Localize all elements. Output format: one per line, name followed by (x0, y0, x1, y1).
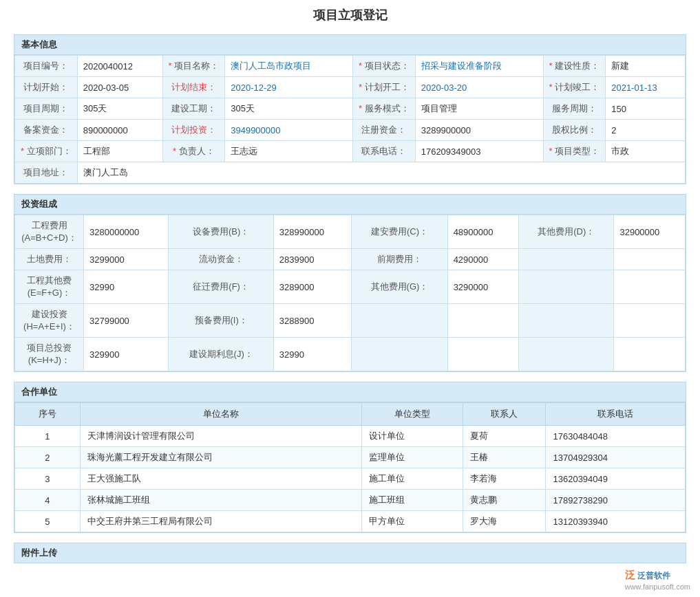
invest-label-3-4 (519, 270, 614, 304)
invest-label-4-3 (352, 304, 447, 338)
table-row: 2珠海光薰工程开发建立有限公司监理单位王椿13704929304 (15, 447, 686, 468)
logo-icon: 泛 (625, 569, 635, 580)
invest-label-5-4 (519, 338, 614, 371)
invest-label-2-4 (519, 249, 614, 270)
cooperation-header: 合作单位 (14, 382, 686, 402)
investment-header: 投资组成 (14, 195, 686, 215)
basic-info-section: 基本信息 项目编号： 2020040012 * 项目名称： 澳门人工岛市政项目 … (14, 34, 686, 184)
plan-open-value: 2020-03-20 (415, 77, 543, 98)
invest-label-2-3: 前期费用： (352, 249, 447, 270)
cell-name: 中交王府井第三工程局有限公司 (80, 511, 361, 532)
project-period-value: 305天 (77, 98, 162, 120)
investment-table: 工程费用 (A=B+C+D)： 3280000000 设备费用(B)： 3289… (14, 215, 686, 371)
invest-label-5-1: 项目总投资 (K=H+J)： (15, 338, 84, 371)
address-label: 项目地址： (15, 162, 78, 184)
plan-start-label: 计划开始： (15, 77, 78, 98)
plan-start-value: 2020-03-05 (77, 77, 162, 98)
basic-info-table: 项目编号： 2020040012 * 项目名称： 澳门人工岛市政项目 * 项目状… (14, 55, 686, 184)
cell-name: 珠海光薰工程开发建立有限公司 (80, 447, 361, 468)
cooperation-table: 序号 单位名称 单位类型 联系人 联系电话 1天津博润设计管理有限公司设计单位夏… (14, 402, 686, 532)
logo-text: 泛普软件 (637, 571, 670, 580)
filing-capital-label: 备案资金： (15, 120, 78, 141)
service-period-label: 服务周期： (543, 98, 606, 120)
invest-value-2-4 (614, 249, 686, 270)
construction-period-label: 建设工期： (162, 98, 225, 120)
invest-value-3-2: 3289000 (273, 270, 351, 304)
project-period-label: 项目周期： (15, 98, 78, 120)
invest-label-5-2: 建设期利息(J)： (169, 338, 273, 371)
cell-type: 甲方单位 (361, 511, 463, 532)
project-name-label: * 项目名称： (162, 56, 225, 77)
person-label: * 负责人： (162, 141, 225, 162)
cell-type: 监理单位 (361, 447, 463, 468)
phone-label: 联系电话： (353, 141, 416, 162)
dept-label: * 立项部门： (15, 141, 78, 162)
person-value: 王志远 (225, 141, 353, 162)
cell-no: 3 (15, 468, 81, 490)
invest-label-1-1: 工程费用 (A=B+C+D)： (15, 215, 84, 249)
cell-phone: 13704929304 (546, 447, 686, 468)
table-row: 5中交王府井第三工程局有限公司甲方单位罗大海13120393940 (15, 511, 686, 532)
attachment-section: 附件上传 (14, 543, 686, 563)
invest-value-3-4 (614, 270, 686, 304)
table-header-row: 序号 单位名称 单位类型 联系人 联系电话 (15, 403, 686, 426)
project-status-value: 招采与建设准备阶段 (415, 56, 543, 77)
invest-value-2-1: 3299000 (84, 249, 169, 270)
project-number-label: 项目编号： (15, 56, 78, 77)
investment-section: 投资组成 工程费用 (A=B+C+D)： 3280000000 设备费用(B)：… (14, 194, 686, 372)
project-nature-value: 新建 (606, 56, 686, 77)
table-row: 工程其他费 (E=F+G)： 32990 征迁费用(F)： 3289000 其他… (15, 270, 686, 304)
cooperation-section: 合作单位 序号 单位名称 单位类型 联系人 联系电话 1天津博润设计管理有限公司… (14, 382, 686, 533)
invest-label-2-2: 流动资金： (169, 249, 273, 270)
cell-type: 施工单位 (361, 468, 463, 490)
cell-no: 1 (15, 426, 81, 447)
invest-label-3-2: 征迁费用(F)： (169, 270, 273, 304)
cell-phone: 17892738290 (546, 490, 686, 511)
plan-end-value: 2020-12-29 (225, 77, 353, 98)
cell-type: 施工班组 (361, 490, 463, 511)
registered-capital-label: 注册资金： (353, 120, 416, 141)
cell-contact: 李若海 (463, 468, 546, 490)
col-header-name: 单位名称 (80, 403, 361, 426)
equity-ratio-label: 股权比例： (543, 120, 606, 141)
invest-label-1-4: 其他费用(D)： (519, 215, 614, 249)
equity-ratio-value: 2 (606, 120, 686, 141)
table-row: 项目编号： 2020040012 * 项目名称： 澳门人工岛市政项目 * 项目状… (15, 56, 686, 77)
table-row: 土地费用： 3299000 流动资金： 2839900 前期费用： 429000… (15, 249, 686, 270)
cell-no: 5 (15, 511, 81, 532)
table-row: 4张林城施工班组施工班组黄志鹏17892738290 (15, 490, 686, 511)
table-row: 3王大强施工队施工单位李若海13620394049 (15, 468, 686, 490)
cell-contact: 罗大海 (463, 511, 546, 532)
invest-label-1-2: 设备费用(B)： (169, 215, 273, 249)
invest-value-2-3: 4290000 (447, 249, 518, 270)
plan-finish-label: * 计划竣工： (543, 77, 606, 98)
footer-logo: 泛 泛普软件 www.fanpusoft.com (625, 569, 690, 580)
table-row: 项目总投资 (K=H+J)： 329900 建设期利息(J)： 32990 (15, 338, 686, 371)
invest-label-3-1: 工程其他费 (E=F+G)： (15, 270, 84, 304)
dept-value: 工程部 (77, 141, 162, 162)
cell-name: 王大强施工队 (80, 468, 361, 490)
service-mode-value: 项目管理 (415, 98, 543, 120)
invest-value-5-3 (447, 338, 518, 371)
invest-value-1-2: 328990000 (273, 215, 351, 249)
invest-label-4-4 (519, 304, 614, 338)
project-name-value: 澳门人工岛市政项目 (225, 56, 353, 77)
address-value: 澳门人工岛 (77, 162, 685, 184)
table-row: 计划开始： 2020-03-05 计划结束： 2020-12-29 * 计划开工… (15, 77, 686, 98)
table-row: 备案资金： 890000000 计划投资： 3949900000 注册资金： 3… (15, 120, 686, 141)
invest-value-2-2: 2839900 (273, 249, 351, 270)
phone-value: 176209349003 (415, 141, 543, 162)
invest-value-1-4: 32900000 (614, 215, 686, 249)
plan-invest-value: 3949900000 (225, 120, 353, 141)
cell-phone: 13120393940 (546, 511, 686, 532)
cell-phone: 13620394049 (546, 468, 686, 490)
project-type-value: 市政 (606, 141, 686, 162)
page-title: 项目立项登记 (14, 7, 686, 23)
invest-label-3-3: 其他费用(G)： (352, 270, 447, 304)
invest-value-5-4 (614, 338, 686, 371)
cell-contact: 王椿 (463, 447, 546, 468)
project-number-value: 2020040012 (77, 56, 162, 77)
invest-label-1-3: 建安费用(C)： (352, 215, 447, 249)
registered-capital-value: 3289900000 (415, 120, 543, 141)
cell-phone: 17630484048 (546, 426, 686, 447)
